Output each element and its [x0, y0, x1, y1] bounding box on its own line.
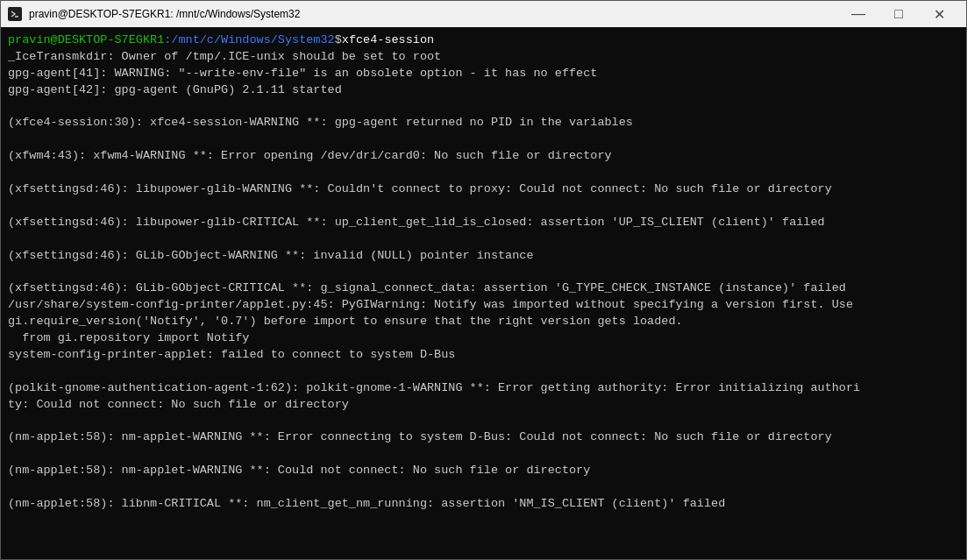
terminal-line: (nm-applet:58): nm-applet-WARNING **: Er… [8, 429, 959, 446]
terminal-line: (polkit-gnome-authentication-agent-1:62)… [8, 380, 959, 397]
terminal-window: pravin@DESKTOP-S7EGKR1: /mnt/c/Windows/S… [0, 0, 967, 560]
prompt-path: :/mnt/c/Windows/System32 [164, 32, 334, 49]
close-button[interactable]: ✕ [919, 1, 959, 27]
terminal-line [8, 99, 959, 116]
terminal-line: gpg-agent[42]: gpg-agent (GnuPG) 2.1.11 … [8, 82, 959, 99]
window-controls: — □ ✕ [838, 1, 959, 27]
titlebar-left: pravin@DESKTOP-S7EGKR1: /mnt/c/Windows/S… [8, 7, 300, 21]
prompt-line: pravin@DESKTOP-S7EGKR1:/mnt/c/Windows/Sy… [8, 32, 959, 49]
terminal-line: (nm-applet:58): nm-applet-WARNING **: Co… [8, 463, 959, 479]
terminal-line [8, 364, 959, 380]
terminal-line: (xfsettingsd:46): GLib-GObject-CRITICAL … [8, 280, 959, 297]
terminal-line [8, 413, 959, 429]
terminal-line: (nm-applet:58): libnm-CRITICAL **: nm_cl… [8, 496, 959, 513]
terminal-line: (xfsettingsd:46): GLib-GObject-WARNING *… [8, 248, 959, 265]
prompt-symbol: $ [335, 32, 342, 49]
terminal-line [8, 198, 959, 215]
terminal-line: system-config-printer-applet: failed to … [8, 347, 959, 364]
terminal-line: gpg-agent[41]: WARNING: "--write-env-fil… [8, 66, 959, 82]
terminal-line: (xfsettingsd:46): libupower-glib-WARNING… [8, 181, 959, 198]
maximize-button[interactable]: □ [878, 1, 919, 27]
terminal-output: _IceTransmkdir: Owner of /tmp/.ICE-unix … [8, 49, 959, 513]
terminal-line: gi.require_version('Notify', '0.7') befo… [8, 314, 959, 330]
terminal-line: _IceTransmkdir: Owner of /tmp/.ICE-unix … [8, 49, 959, 66]
terminal-line: (xfsettingsd:46): libupower-glib-CRITICA… [8, 215, 959, 231]
terminal-line: (xfce4-session:30): xfce4-session-WARNIN… [8, 115, 959, 131]
titlebar: pravin@DESKTOP-S7EGKR1: /mnt/c/Windows/S… [1, 1, 966, 27]
terminal-line [8, 231, 959, 248]
terminal-line [8, 479, 959, 496]
minimize-button[interactable]: — [838, 1, 878, 27]
terminal-line: /usr/share/system-config-printer/applet.… [8, 297, 959, 314]
prompt-command: xfce4-session [342, 32, 434, 49]
terminal-line: ty: Could not connect: No such file or d… [8, 397, 959, 414]
terminal-line: from gi.repository import Notify [8, 330, 959, 347]
terminal-body[interactable]: pravin@DESKTOP-S7EGKR1:/mnt/c/Windows/Sy… [1, 27, 966, 559]
terminal-icon [8, 7, 22, 21]
prompt-user: pravin@DESKTOP-S7EGKR1 [8, 32, 164, 49]
terminal-line: (xfwm4:43): xfwm4-WARNING **: Error open… [8, 148, 959, 165]
terminal-line [8, 131, 959, 148]
window-title: pravin@DESKTOP-S7EGKR1: /mnt/c/Windows/S… [29, 8, 300, 20]
terminal-line [8, 446, 959, 463]
terminal-line [8, 264, 959, 280]
terminal-line [8, 165, 959, 181]
